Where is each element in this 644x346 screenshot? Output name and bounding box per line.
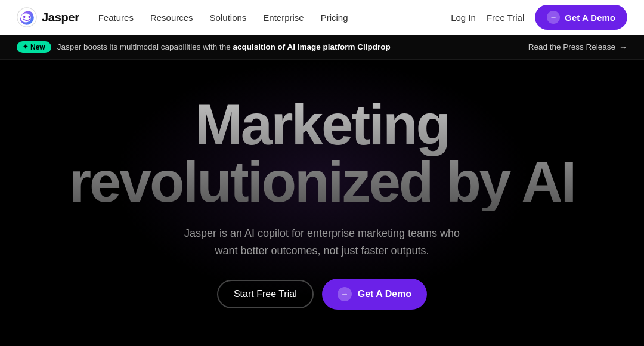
logo-text: Jasper	[42, 11, 79, 24]
new-badge: ✦ New	[17, 41, 51, 53]
demo-arrow-icon: →	[547, 11, 560, 24]
nav-link-resources[interactable]: Resources	[150, 13, 193, 23]
announcement-banner: ✦ New Jasper boosts its multimodal capab…	[0, 35, 644, 60]
hero-headline-line1: Marketing	[195, 92, 449, 156]
nav-links: Features Resources Solutions Enterprise …	[98, 13, 348, 23]
nav-right: Log In Free Trial → Get A Demo	[451, 5, 627, 30]
press-release-label: Read the Press Release	[528, 42, 615, 51]
get-demo-hero-label: Get A Demo	[358, 289, 411, 299]
hero-subtext: Jasper is an AI copilot for enterprise m…	[179, 225, 465, 260]
demo-button-label: Get A Demo	[565, 13, 615, 23]
hero-section: Marketing revolutionized by AI Jasper is…	[0, 60, 644, 346]
free-trial-link[interactable]: Free Trial	[487, 13, 524, 23]
nav-left: Jasper Features Resources Solutions Ente…	[17, 7, 348, 27]
right-arrow-icon: →	[619, 42, 627, 52]
hero-headline: Marketing revolutionized by AI	[69, 96, 575, 211]
banner-text: Jasper boosts its multimodal capabilitie…	[57, 42, 391, 51]
hero-headline-line2: revolutionized by AI	[69, 150, 575, 214]
svg-point-3	[23, 16, 25, 18]
logo[interactable]: Jasper	[17, 7, 79, 27]
sparkle-icon: ✦	[23, 43, 28, 51]
nav-link-enterprise[interactable]: Enterprise	[263, 13, 304, 23]
get-demo-button[interactable]: → Get A Demo	[535, 5, 627, 30]
get-demo-hero-button[interactable]: → Get A Demo	[322, 279, 427, 310]
navbar: Jasper Features Resources Solutions Ente…	[0, 0, 644, 35]
jasper-logo-icon	[17, 7, 37, 27]
nav-link-pricing[interactable]: Pricing	[321, 13, 348, 23]
banner-text-bold: acquisition of AI image platform Clipdro…	[233, 42, 391, 51]
start-free-trial-button[interactable]: Start Free Trial	[217, 280, 314, 308]
hero-cta-group: Start Free Trial → Get A Demo	[217, 279, 427, 310]
nav-link-solutions[interactable]: Solutions	[210, 13, 247, 23]
demo-hero-arrow-icon: →	[338, 287, 352, 301]
login-link[interactable]: Log In	[451, 13, 476, 23]
svg-point-4	[29, 16, 30, 18]
new-badge-label: New	[30, 43, 45, 51]
nav-link-features[interactable]: Features	[98, 13, 134, 23]
press-release-link[interactable]: Read the Press Release →	[528, 42, 627, 52]
hero-subtext-content: Jasper is an AI copilot for enterprise m…	[184, 227, 460, 257]
banner-text-normal: Jasper boosts its multimodal capabilitie…	[57, 42, 233, 51]
banner-left: ✦ New Jasper boosts its multimodal capab…	[17, 41, 391, 53]
